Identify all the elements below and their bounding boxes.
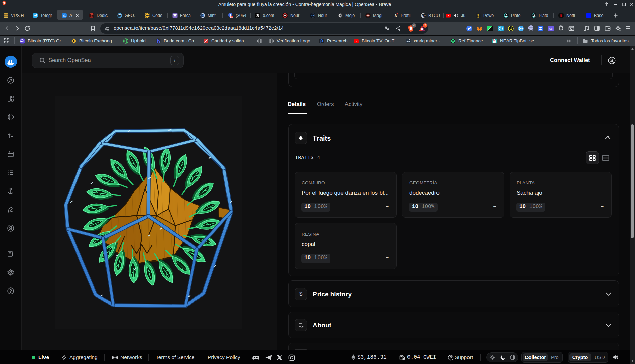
svg-text:A: A [394, 14, 397, 18]
svg-text:Qu: Qu [549, 28, 552, 30]
svg-text:3k+: 3k+ [230, 16, 233, 18]
svg-text:17: 17 [422, 14, 425, 17]
